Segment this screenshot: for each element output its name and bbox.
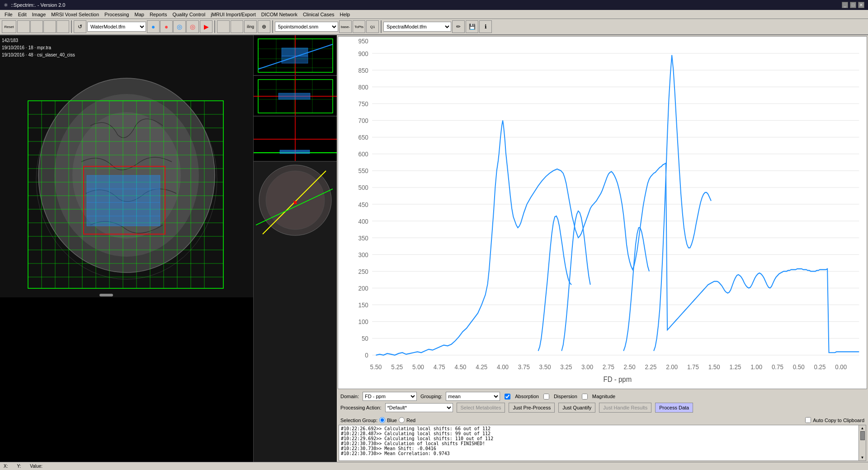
scroll-up-btn[interactable]: ▲ (861, 426, 864, 430)
dispersion-checkbox[interactable] (543, 394, 549, 400)
small-mri-sagittal[interactable] (254, 162, 337, 462)
menu-bar: File Edit Image MRSI Voxel Selection Pro… (0, 10, 868, 19)
dispersion-label: Dispersion (554, 394, 577, 399)
play-btn[interactable]: ▶ (200, 20, 212, 33)
auto-copy-checkbox[interactable] (805, 417, 811, 423)
red-radio[interactable] (399, 417, 405, 423)
toolbar-icon-tops[interactable]: ToPts (353, 20, 365, 33)
svg-text:0.25: 0.25 (814, 363, 826, 371)
spectrum-svg: 0 50 100 150 200 250 300 350 400 450 500… (338, 37, 867, 389)
menu-dicom[interactable]: DICOM Network (259, 11, 300, 18)
menu-file[interactable]: File (2, 11, 15, 18)
toolbar-icon-7[interactable]: iling (244, 20, 257, 33)
svg-text:4.00: 4.00 (497, 363, 509, 371)
toolbar-icon-base[interactable]: base- (339, 20, 352, 33)
toolbar-dot-btn-2[interactable]: ● (160, 20, 173, 33)
menu-jmrui[interactable]: jMRUI Import/Export (208, 11, 259, 18)
minimize-button[interactable]: _ (842, 2, 848, 8)
log-content: #10:22:26.692>> Calculating local shifts… (339, 425, 859, 461)
svg-text:700: 700 (359, 117, 368, 124)
toolbar-icon-8[interactable]: ⊕ (258, 20, 270, 33)
svg-text:0.00: 0.00 (835, 363, 847, 371)
svg-text:800: 800 (359, 83, 368, 91)
auto-copy-group: Auto Copy to Clipboard (805, 417, 864, 423)
just-quantify-button[interactable]: Just Quantify (558, 403, 595, 413)
toolbar-info-icon[interactable]: ℹ (479, 20, 492, 33)
y-coord-label: Y: (17, 464, 21, 469)
svg-text:4.25: 4.25 (476, 363, 487, 371)
toolbar-save-icon[interactable]: 💾 (466, 20, 478, 33)
svg-text:150: 150 (359, 301, 368, 309)
log-line-1: #10:22:26.692>> Calculating local shifts… (341, 426, 857, 431)
svg-text:50: 50 (362, 335, 368, 343)
log-scrollbar[interactable]: ▲ ▼ (859, 425, 866, 461)
menu-clinical[interactable]: Clinical Cases (300, 11, 337, 18)
svg-text:5.00: 5.00 (412, 363, 424, 371)
svg-text:3.25: 3.25 (560, 363, 572, 371)
reset-icon[interactable]: ↺ (74, 20, 86, 33)
title-bar: ⚛ ::Spectrim:. - Version 2.0 _ □ ✕ (0, 0, 868, 10)
svg-text:1.25: 1.25 (729, 363, 741, 371)
absorption-label: Absorption (515, 394, 539, 399)
toolbar-dot-btn-4[interactable]: ◎ (186, 20, 199, 33)
svg-text:3.00: 3.00 (581, 363, 593, 371)
svg-text:4.75: 4.75 (434, 363, 445, 371)
menu-edit[interactable]: Edit (15, 11, 29, 18)
svg-text:950: 950 (359, 37, 368, 45)
log-line-2: #10:22:28.487>> Calculating local shifts… (341, 431, 857, 436)
absorption-checkbox[interactable] (505, 394, 510, 400)
mri-info: 142/183 19/10/2016 · 18 · mpr.tra 19/10/… (2, 37, 75, 59)
toolbar-icon-btn-3[interactable] (43, 20, 56, 33)
blue-radio[interactable] (379, 417, 385, 423)
menu-mrsi-voxel[interactable]: MRSI Voxel Selection (48, 11, 102, 18)
svg-rect-41 (99, 294, 113, 296)
toolbar-edit-icon[interactable]: ✏ (452, 20, 465, 33)
processing-action-select[interactable]: *Default* (385, 403, 453, 412)
menu-help[interactable]: Help (337, 11, 353, 18)
small-mri-top[interactable] (254, 35, 337, 76)
status-bar: X: Y: Value: (0, 462, 868, 470)
svg-text:900: 900 (359, 50, 368, 57)
toolbar-icon-6[interactable] (231, 20, 243, 33)
toolbar-icon-btn-1[interactable] (17, 20, 30, 33)
toolbar-icon-q1[interactable]: Q1 (366, 20, 379, 33)
small-mri-mid[interactable] (254, 76, 337, 117)
maximize-button[interactable]: □ (850, 2, 856, 8)
menu-processing[interactable]: Processing (102, 11, 132, 18)
domain-label: Domain: (340, 394, 359, 399)
scroll-thumb[interactable] (860, 431, 865, 440)
domain-select[interactable]: FD - ppm (363, 392, 417, 401)
magnitude-checkbox[interactable] (582, 394, 588, 400)
close-button[interactable]: ✕ (858, 2, 864, 8)
svg-text:500: 500 (359, 184, 368, 192)
select-metabolites-button[interactable]: Select Metabolites (457, 403, 505, 413)
menu-map[interactable]: Map (132, 11, 146, 18)
toolbar-btn-1[interactable]: Reset (2, 20, 16, 33)
auto-copy-label: Auto Copy to Clipboard (813, 418, 864, 423)
toolbar-dot-btn-1[interactable]: ● (147, 20, 160, 33)
menu-quality[interactable]: Quality Control (170, 11, 208, 18)
just-pre-process-button[interactable]: Just Pre-Process (509, 403, 555, 413)
brain-mri-canvas[interactable] (0, 35, 253, 297)
grouping-select[interactable]: mean (446, 392, 500, 401)
points-model-dropdown[interactable]: 5pointsmodel.snm (275, 22, 338, 32)
svg-text:2.75: 2.75 (603, 363, 614, 371)
svg-rect-77 (338, 37, 867, 389)
just-handle-results-button[interactable]: Just Handle Results (599, 403, 651, 413)
svg-text:350: 350 (359, 234, 368, 242)
toolbar-icon-btn-4[interactable] (57, 20, 69, 33)
process-data-button[interactable]: Process Data (655, 403, 693, 413)
water-model-dropdown[interactable]: WaterModel.tfm (87, 22, 146, 32)
svg-text:1.00: 1.00 (750, 363, 762, 371)
menu-reports[interactable]: Reports (147, 11, 170, 18)
spectrum-chart-container[interactable]: 0 50 100 150 200 250 300 350 400 450 500… (338, 36, 867, 389)
svg-text:3.50: 3.50 (539, 363, 551, 371)
menu-image[interactable]: Image (29, 11, 49, 18)
toolbar-dot-btn-3[interactable]: ◎ (173, 20, 186, 33)
spectral-model-dropdown[interactable]: SpectralModel.tfm (383, 22, 451, 32)
toolbar-icon-btn-2[interactable] (30, 20, 43, 33)
scroll-down-btn[interactable]: ▼ (861, 456, 864, 460)
toolbar-icon-5[interactable] (217, 20, 230, 33)
svg-text:1.50: 1.50 (708, 363, 720, 371)
small-mri-lower[interactable] (254, 117, 337, 162)
